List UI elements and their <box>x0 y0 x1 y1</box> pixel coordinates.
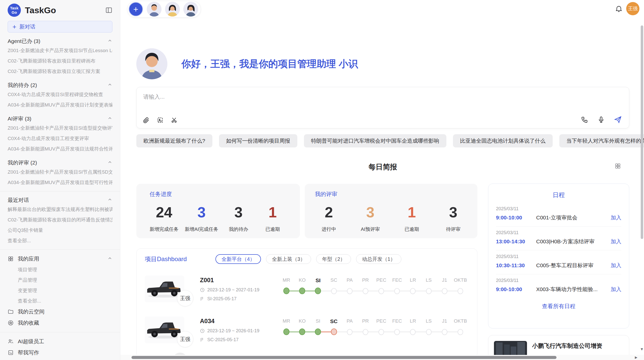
sidebar-item-project-mgmt[interactable]: 项目管理 <box>8 264 112 275</box>
sidebar-item-help-me-write[interactable]: 帮我写作 <box>8 347 112 358</box>
writing-icon <box>8 350 14 356</box>
agent-avatar-3[interactable] <box>183 2 198 17</box>
recent-view-all-link[interactable]: 查看全部... <box>8 235 112 246</box>
milestone-node-done <box>299 288 305 294</box>
sidebar-task-item[interactable]: C0X4-动力总成开发项目工程变更评审 <box>8 133 112 144</box>
agent-avatar-1[interactable] <box>147 2 162 17</box>
send-icon[interactable] <box>614 116 622 124</box>
tab-new-body[interactable]: 全新上装（3） <box>266 254 311 264</box>
stat-value: 3 <box>356 204 384 220</box>
sidebar-section-ai-review[interactable]: AI评审 (3) <box>8 115 112 122</box>
view-all-schedule-link[interactable]: 查看所有日程 <box>496 303 621 310</box>
sidebar-item-cloud-space[interactable]: 我的云空间 <box>8 306 112 317</box>
notification-bell-icon[interactable] <box>615 5 623 14</box>
scroll-down-arrow[interactable]: ▾ <box>641 346 643 352</box>
new-chat-button[interactable]: + 新对话 <box>8 21 112 33</box>
suggestion-chip[interactable]: 如何写一份清晰的项目周报 <box>219 134 297 147</box>
sidebar-header: Task Go TaskGo <box>8 0 112 19</box>
stat-ai-pre-review: 3 AI预评审 <box>356 204 384 233</box>
horizontal-scrollbar-track[interactable] <box>120 355 644 360</box>
join-meeting-link[interactable]: 加入 <box>611 238 621 245</box>
project-date-range: 2023-12-19 ~ 2027-01-19 <box>207 287 259 293</box>
news-title: 小鹏飞行汽车制造公司增资 <box>532 342 623 350</box>
tab-new-platform[interactable]: 全新平台（4） <box>215 254 261 264</box>
layout-grid-icon[interactable] <box>614 163 621 170</box>
milestone-label-current: SI <box>315 277 320 283</box>
schedule-time: 9:00-10:00 <box>496 286 536 292</box>
logo-line-2: Go <box>12 10 17 14</box>
sidebar-task-item[interactable]: Z001-全新燃油皮卡产品开发项目SI节点Lesson Learn报告 <box>8 45 112 56</box>
sidebar-item-creative-drawing[interactable]: 创意制图 <box>8 358 112 360</box>
apps-view-all-link[interactable]: 查看全部... <box>8 296 112 306</box>
screenshot-icon[interactable] <box>157 117 164 124</box>
sidebar-task-item[interactable]: A034-全新新能源MUV产品开发项目法规符合性评审 <box>8 144 112 154</box>
suggestion-chip[interactable]: 当下年轻人对汽车外观有怎样的喜好趋势 <box>559 134 644 147</box>
sidebar-item-change-mgmt[interactable]: 变更管理 <box>8 285 112 296</box>
sidebar-task-item[interactable]: Z001-全新燃油轻卡产品开发项目SI节点属性5D文件评审 <box>8 167 112 177</box>
schedule-date: 2025/03/11 <box>496 230 621 235</box>
collapse-sidebar-icon[interactable] <box>105 7 112 14</box>
phone-call-icon[interactable] <box>581 116 588 123</box>
flag-icon <box>200 337 205 342</box>
project-owner-badge: 王强 <box>177 331 193 347</box>
sidebar-section-agent-done[interactable]: Agent已办 (3) <box>8 38 112 45</box>
clock-icon <box>200 288 205 292</box>
sidebar-task-item[interactable]: C0X4-动力总成开发项目SI里程碑提交物检查 <box>8 89 112 100</box>
recent-conversation-item[interactable]: 公司Q3轻卡销量 <box>8 225 112 235</box>
recent-conversation-item[interactable]: C02-飞腾新能源轻客改款项目的闭环通告反馈情况 <box>8 215 112 225</box>
sidebar-item-product-mgmt[interactable]: 产品管理 <box>8 275 112 285</box>
project-row-z001[interactable]: 王强 Z001 2023-12-19 ~ 2027-01-19 SI-2025-… <box>145 276 469 302</box>
sidebar-task-item[interactable]: Z001-全新燃油轻卡产品开发项目SI造型提交物评审 <box>8 123 112 133</box>
agent-avatar-2[interactable] <box>165 2 180 17</box>
milestone-label-current: SC <box>330 318 338 324</box>
chat-input[interactable] <box>143 91 550 102</box>
milestone-node <box>331 288 337 294</box>
join-meeting-link[interactable]: 加入 <box>611 214 621 221</box>
sidebar-section-my-review[interactable]: 我的评审 (2) <box>8 159 112 166</box>
user-avatar[interactable]: 王强 <box>626 2 639 15</box>
milestone-label: PR <box>362 277 369 283</box>
schedule-time: 9:00-10:00 <box>496 215 536 221</box>
sidebar-task-item[interactable]: C02-飞腾新能源轻客改款项目立项汇报方案 <box>8 66 112 77</box>
sidebar-task-item[interactable]: A034-全新新能源MUV产品开发项目造型可行性评审 <box>8 177 112 188</box>
sidebar-item-favorites[interactable]: 我的收藏 <box>8 317 112 328</box>
stat-label: 已逾期 <box>259 226 287 233</box>
sidebar-section-recent[interactable]: 最近对话 <box>8 197 112 204</box>
project-row-a034[interactable]: 王强 A034 2023-12-19 ~ 2026-01-19 SC-2025-… <box>145 317 469 343</box>
suggestion-chip[interactable]: 特朗普可能对进口汽车增税会对中国车企造成哪些影响 <box>304 134 446 147</box>
stat-my-todo: 3 我的待办 <box>225 204 253 233</box>
scroll-right-arrow[interactable]: ▸ <box>635 354 637 360</box>
sidebar-section-my-todo[interactable]: 我的待办 (2) <box>8 82 112 89</box>
my-apps-label: 我的应用 <box>18 255 39 262</box>
app-title: TaskGo <box>25 5 105 15</box>
vertical-scrollbar-thumb[interactable] <box>641 25 643 239</box>
tab-year-model[interactable]: 年型（2） <box>316 254 351 264</box>
stat-in-progress: 2 进行中 <box>315 204 343 233</box>
sidebar-item-my-apps[interactable]: 我的应用 <box>8 253 112 264</box>
scissors-icon[interactable] <box>171 117 178 124</box>
sidebar-task-item[interactable]: A034-全新新能源MUV产品开发项目计划变更表编写 <box>8 100 112 110</box>
project-date-range: 2023-12-19 ~ 2026-01-19 <box>207 328 259 334</box>
stat-label: 待评审 <box>439 226 467 233</box>
stat-label: 我的待办 <box>225 226 253 233</box>
new-chat-label: 新对话 <box>19 23 35 30</box>
join-meeting-link[interactable]: 加入 <box>611 262 621 269</box>
sidebar-item-ai-super-staff[interactable]: AI超级员工 <box>8 336 112 347</box>
recent-conversation-item[interactable]: 解释最新出台的欧盟报废车法规再生塑料比例被调至15%... <box>8 204 112 215</box>
join-meeting-link[interactable]: 加入 <box>611 286 621 293</box>
suggestion-chip[interactable]: 比亚迪全固态电池计划具体说了什么 <box>453 134 553 147</box>
microphone-icon[interactable] <box>597 116 605 123</box>
plus-icon: + <box>12 23 16 30</box>
horizontal-scrollbar-thumb[interactable] <box>131 356 557 359</box>
suggestion-chip[interactable]: 欧洲新规最近颁布了什么? <box>136 134 212 147</box>
add-agent-button[interactable]: + <box>128 2 143 17</box>
suggestion-chips: 欧洲新规最近颁布了什么? 如何写一份清晰的项目周报 特朗普可能对进口汽车增税会对… <box>136 134 629 147</box>
milestone-node <box>378 329 384 335</box>
project-dates: 2023-12-19 ~ 2026-01-19 <box>200 328 276 334</box>
sidebar-task-item[interactable]: C02-飞腾新能源轻客改款项目里程碑画布 <box>8 56 112 66</box>
tab-powertrain[interactable]: 动总开发（1） <box>356 254 401 264</box>
daily-briefing-title: 每日简报 <box>136 162 629 172</box>
paperclip-icon[interactable] <box>143 117 150 124</box>
project-code: Z001 <box>200 277 276 284</box>
favorites-label: 我的收藏 <box>18 319 39 326</box>
